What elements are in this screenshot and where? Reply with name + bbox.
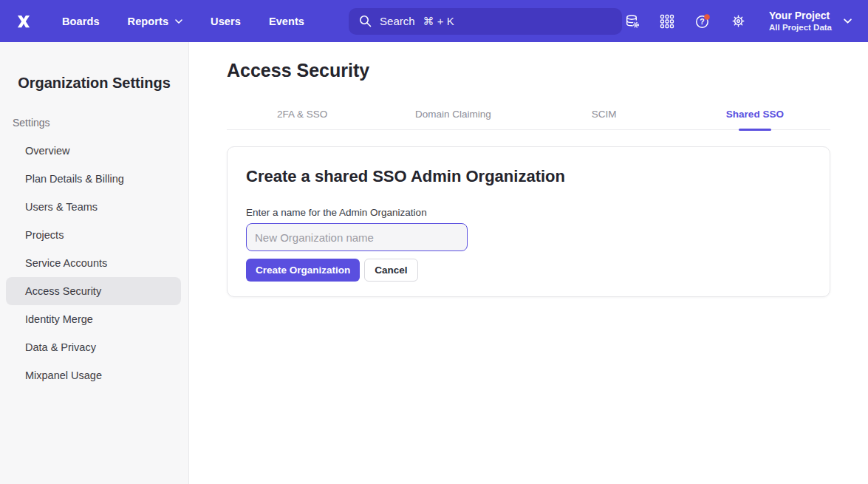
mixpanel-logo-icon — [14, 12, 33, 31]
data-management-icon — [625, 14, 640, 29]
org-name-label: Enter a name for the Admin Organization — [246, 207, 811, 219]
settings-button[interactable] — [731, 13, 746, 29]
sidebar-item-access-security[interactable]: Access Security — [6, 277, 181, 305]
primary-nav: Boards Reports Users Events — [62, 16, 304, 27]
tab-label: Shared SSO — [726, 109, 784, 120]
nav-item-label: Events — [269, 16, 304, 27]
page-layout: Organization Settings Settings Overview … — [0, 42, 868, 484]
tab-domain-claiming[interactable]: Domain Claiming — [377, 109, 528, 129]
sidebar-item-data-privacy[interactable]: Data & Privacy — [6, 333, 181, 361]
sidebar-item-label: Overview — [25, 145, 69, 157]
global-search-input[interactable]: Search ⌘ + K — [349, 8, 622, 35]
project-scope: All Project Data — [769, 22, 832, 33]
project-switcher[interactable]: Your Project All Project Data — [769, 9, 852, 33]
sidebar-item-label: Users & Teams — [25, 201, 98, 213]
sidebar-item-label: Service Accounts — [25, 257, 107, 269]
data-management-button[interactable] — [625, 14, 640, 29]
settings-gear-icon — [731, 13, 746, 29]
nav-item-reports[interactable]: Reports — [128, 16, 183, 27]
search-shortcut: ⌘ + K — [423, 15, 454, 28]
sidebar-item-users-teams[interactable]: Users & Teams — [6, 193, 181, 221]
nav-item-label: Boards — [62, 16, 100, 27]
main-content: Access Security 2FA & SSO Domain Claimin… — [189, 42, 868, 484]
project-name: Your Project — [769, 9, 832, 22]
sidebar-item-label: Plan Details & Billing — [25, 173, 124, 185]
sidebar-title: Organization Settings — [0, 73, 188, 92]
help-button[interactable]: ? — [694, 13, 711, 30]
sidebar-item-projects[interactable]: Projects — [6, 221, 181, 249]
search-placeholder: Search — [380, 15, 415, 27]
tab-scim[interactable]: SCIM — [529, 109, 680, 129]
cancel-button[interactable]: Cancel — [364, 259, 417, 282]
project-switcher-text: Your Project All Project Data — [769, 9, 832, 33]
nav-item-label: Reports — [128, 16, 169, 27]
create-organization-button[interactable]: Create Organization — [246, 259, 360, 282]
help-icon: ? — [694, 13, 711, 30]
nav-item-events[interactable]: Events — [269, 16, 304, 27]
search-icon — [359, 15, 372, 27]
navbar-right-actions: ? Your Project All Project Data — [625, 9, 852, 33]
sidebar-item-service-accounts[interactable]: Service Accounts — [6, 249, 181, 277]
mixpanel-logo[interactable] — [0, 12, 47, 31]
tab-bar: 2FA & SSO Domain Claiming SCIM Shared SS… — [227, 109, 830, 130]
tab-shared-sso[interactable]: Shared SSO — [680, 109, 830, 129]
chevron-down-icon — [844, 18, 852, 24]
tab-2fa-sso[interactable]: 2FA & SSO — [227, 109, 377, 129]
apps-grid-button[interactable] — [660, 14, 674, 29]
tab-label: 2FA & SSO — [277, 109, 327, 120]
sidebar-item-plan-details-billing[interactable]: Plan Details & Billing — [6, 165, 181, 193]
tab-label: SCIM — [592, 109, 617, 120]
sidebar-item-identity-merge[interactable]: Identity Merge — [6, 305, 181, 333]
sidebar-item-overview[interactable]: Overview — [6, 137, 181, 165]
sidebar-item-mixpanel-usage[interactable]: Mixpanel Usage — [6, 361, 181, 389]
sidebar-item-label: Identity Merge — [25, 313, 93, 325]
notification-dot — [704, 14, 710, 20]
org-name-input[interactable] — [246, 223, 468, 251]
sidebar-item-label: Mixpanel Usage — [25, 369, 102, 381]
nav-item-users[interactable]: Users — [211, 16, 241, 27]
chevron-down-icon — [175, 19, 182, 24]
sidebar-section-label: Settings — [13, 117, 188, 129]
nav-item-boards[interactable]: Boards — [62, 16, 100, 27]
button-row: Create Organization Cancel — [246, 259, 811, 282]
nav-item-label: Users — [211, 16, 241, 27]
sidebar-item-label: Data & Privacy — [25, 341, 96, 353]
sidebar-item-label: Access Security — [25, 285, 101, 297]
sidebar-item-label: Projects — [25, 229, 64, 241]
apps-grid-icon — [660, 14, 674, 29]
settings-sidebar: Organization Settings Settings Overview … — [0, 42, 189, 484]
shared-sso-card: Create a shared SSO Admin Organization E… — [227, 146, 830, 297]
help-question-glyph: ? — [700, 17, 704, 26]
top-navbar: Boards Reports Users Events Search ⌘ + K — [0, 0, 868, 42]
tab-label: Domain Claiming — [415, 109, 491, 120]
card-title: Create a shared SSO Admin Organization — [246, 167, 811, 186]
page-title: Access Security — [227, 59, 830, 81]
